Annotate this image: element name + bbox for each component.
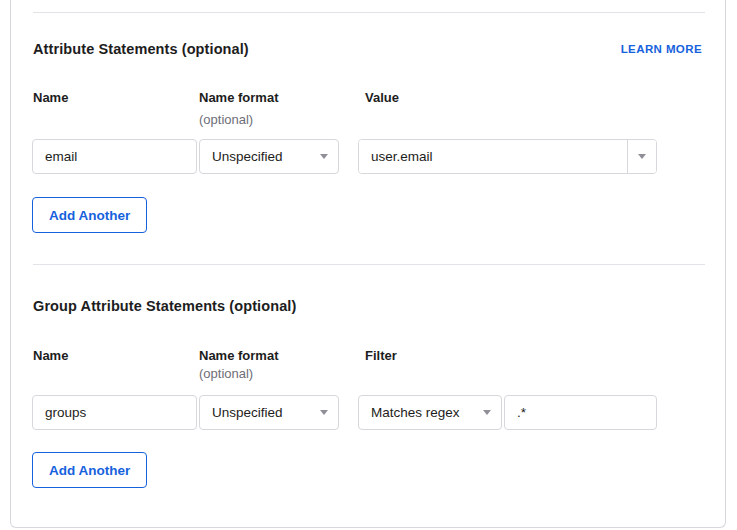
section-divider bbox=[33, 264, 705, 265]
group-name-format-selected-value: Unspecified bbox=[212, 405, 283, 420]
dropdown-arrow-icon bbox=[320, 410, 328, 415]
add-another-attribute-button[interactable]: Add Another bbox=[32, 197, 147, 233]
column-header-name: Name bbox=[33, 90, 68, 105]
attribute-name-input[interactable] bbox=[32, 139, 197, 174]
column-header-name: Name bbox=[33, 348, 68, 363]
dropdown-arrow-icon bbox=[638, 154, 646, 159]
attribute-value-input[interactable] bbox=[359, 140, 627, 173]
add-another-group-attribute-button[interactable]: Add Another bbox=[32, 452, 147, 488]
saml-settings-card: Attribute Statements (optional) LEARN MO… bbox=[10, 0, 726, 528]
section-divider bbox=[33, 12, 705, 13]
attribute-statement-row: Unspecified bbox=[32, 139, 657, 174]
attribute-value-combobox bbox=[358, 139, 657, 174]
dropdown-arrow-icon bbox=[483, 410, 491, 415]
group-attribute-name-input[interactable] bbox=[32, 395, 197, 430]
group-attribute-statement-row: Unspecified Matches regex bbox=[32, 395, 657, 430]
column-header-filter: Filter bbox=[365, 348, 397, 363]
learn-more-link[interactable]: LEARN MORE bbox=[621, 43, 702, 55]
group-attribute-statements-title: Group Attribute Statements (optional) bbox=[33, 298, 296, 314]
group-attribute-column-headers: Name Name format Filter bbox=[33, 348, 705, 362]
name-format-optional-label: (optional) bbox=[199, 366, 253, 381]
name-format-optional-label: (optional) bbox=[199, 112, 253, 127]
group-filter-type-selected-value: Matches regex bbox=[371, 405, 460, 420]
attribute-statements-title: Attribute Statements (optional) bbox=[33, 41, 249, 57]
attribute-column-headers: Name Name format Value bbox=[33, 90, 705, 104]
group-name-format-select[interactable]: Unspecified bbox=[199, 395, 339, 430]
column-header-value: Value bbox=[365, 90, 399, 105]
attribute-name-format-select[interactable]: Unspecified bbox=[199, 139, 339, 174]
group-filter-value-input[interactable] bbox=[504, 395, 657, 430]
column-header-name-format: Name format bbox=[199, 348, 278, 363]
dropdown-arrow-icon bbox=[320, 154, 328, 159]
attribute-value-dropdown-button[interactable] bbox=[627, 140, 656, 173]
group-filter-type-select[interactable]: Matches regex bbox=[358, 395, 502, 430]
column-header-name-format: Name format bbox=[199, 90, 278, 105]
attribute-name-format-selected-value: Unspecified bbox=[212, 149, 283, 164]
